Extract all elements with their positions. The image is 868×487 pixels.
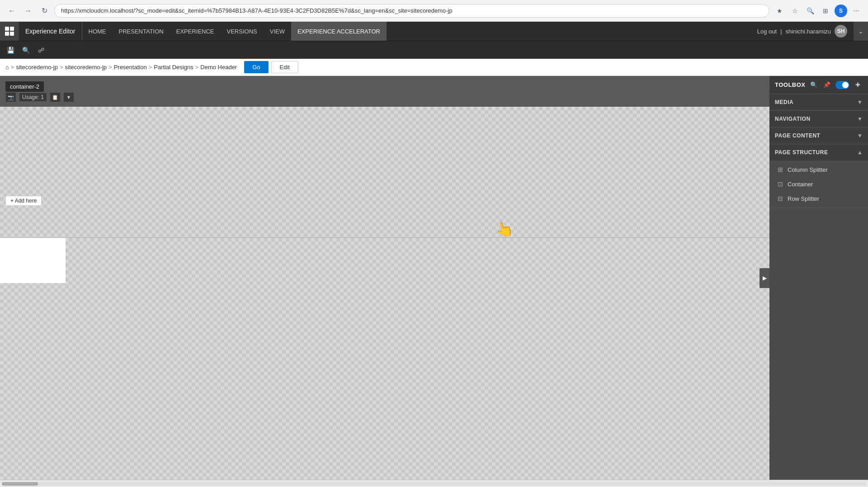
- breadcrumb-item-root[interactable]: sitecoredemo-jp: [16, 64, 58, 71]
- reader-mode-button[interactable]: ★: [773, 5, 786, 17]
- toolbox-title: TOOLBOX: [775, 81, 806, 88]
- container-item-label: Container: [788, 181, 813, 188]
- toolbox-section-navigation-header[interactable]: NAVIGATION ▼: [769, 111, 868, 127]
- username-display: shinichi.haramizu: [786, 28, 831, 35]
- canvas-area: container-2 📷 Usage: 1 📋 ▼ + Add here 👆 …: [0, 76, 769, 480]
- refresh-button[interactable]: ↻: [38, 5, 51, 17]
- breadcrumb-sep-0: >: [11, 64, 14, 71]
- logo-cell-1: [5, 27, 9, 31]
- menu-item-versions[interactable]: VERSIONS: [221, 22, 264, 41]
- logout-link[interactable]: Log out: [757, 28, 777, 35]
- breadcrumb-sep-4: >: [195, 64, 199, 71]
- column-splitter-icon: ⊞: [777, 166, 784, 173]
- menu-item-home[interactable]: HOME: [82, 22, 113, 41]
- add-here-button[interactable]: + Add here: [5, 196, 42, 206]
- toolbox-pin-button[interactable]: 📌: [822, 80, 832, 90]
- back-button[interactable]: ←: [5, 5, 18, 17]
- toolbox-item-container[interactable]: ⊡ Container: [769, 177, 868, 191]
- separator: |: [780, 28, 782, 35]
- menu-right: Log out | shinichi.haramizu SH: [757, 25, 854, 38]
- collapse-toolbox-button[interactable]: ▶: [760, 268, 769, 288]
- menu-item-view[interactable]: VIEW: [264, 22, 291, 41]
- logo-cell-2: [10, 27, 14, 31]
- breadcrumb-item-site[interactable]: sitecoredemo-jp: [65, 64, 107, 71]
- extensions-button[interactable]: ⊞: [819, 5, 832, 17]
- breadcrumb-item-demo-header: Demo Header: [200, 64, 237, 71]
- zoom-button[interactable]: 🔍: [804, 5, 816, 17]
- go-button[interactable]: Go: [244, 61, 268, 73]
- breadcrumb-item-presentation[interactable]: Presentation: [114, 64, 147, 71]
- breadcrumb-item-partial-designs[interactable]: Partial Designs: [154, 64, 193, 71]
- usage-text: Usage: 1: [19, 93, 47, 102]
- toolbox-section-page-structure-label: PAGE STRUCTURE: [775, 149, 857, 156]
- profile-button[interactable]: S: [835, 5, 847, 17]
- toolbox-section-page-content-label: PAGE CONTENT: [775, 132, 857, 139]
- logo-cell-3: [5, 32, 9, 36]
- toolbox-section-media-label: MEDIA: [775, 99, 857, 105]
- toolbox-section-navigation-label: NAVIGATION: [775, 116, 857, 122]
- browser-chrome: ← → ↻ ★ ☆ 🔍 ⊞ S ⋯: [0, 0, 868, 22]
- canvas-upper: [0, 107, 769, 238]
- container-icon-btn[interactable]: 📷: [5, 92, 16, 102]
- toolbox-section-page-content-header[interactable]: PAGE CONTENT ▼: [769, 128, 868, 144]
- app-title: Experience Editor: [19, 22, 82, 41]
- row-splitter-icon: ⊟: [777, 195, 784, 202]
- user-avatar: SH: [835, 25, 847, 38]
- container-copy-btn[interactable]: 📋: [50, 92, 61, 102]
- toolbox-section-page-content: PAGE CONTENT ▼: [769, 128, 868, 144]
- scrollbar-thumb: [2, 482, 38, 486]
- bookmark-button[interactable]: ☆: [788, 5, 801, 17]
- breadcrumb-home-icon[interactable]: ⌂: [5, 64, 9, 71]
- main-area: container-2 📷 Usage: 1 📋 ▼ + Add here 👆 …: [0, 76, 868, 480]
- breadcrumb-sep-1: >: [60, 64, 63, 71]
- menu-item-experience[interactable]: EXPERIENCE: [170, 22, 221, 41]
- menu-items: HOME PRESENTATION EXPERIENCE VERSIONS VI…: [82, 22, 757, 41]
- toolbox-panel: TOOLBOX 🔍 📌 ✚ MEDIA ▼ NAVIGATION ▼: [769, 76, 868, 480]
- toolbox-search-button[interactable]: 🔍: [809, 80, 819, 90]
- row-splitter-label: Row Splitter: [788, 195, 819, 202]
- toolbox-media-chevron-icon: ▼: [857, 99, 863, 105]
- logo-grid: [5, 27, 14, 36]
- toolbox-section-navigation: NAVIGATION ▼: [769, 111, 868, 128]
- breadcrumb-sep-2: >: [108, 64, 112, 71]
- container-toolbar: 📷 Usage: 1 📋 ▼: [5, 92, 74, 102]
- menu-item-experience-accelerator[interactable]: EXPERIENCE ACCELERATOR: [291, 22, 387, 41]
- save-button[interactable]: 💾: [4, 43, 17, 57]
- toolbox-item-row-splitter[interactable]: ⊟ Row Splitter: [769, 191, 868, 206]
- share-button[interactable]: ☍: [34, 43, 48, 57]
- collapse-menu-button[interactable]: ⌄: [854, 22, 868, 41]
- toolbox-section-media: MEDIA ▼: [769, 94, 868, 111]
- bottom-scrollbar[interactable]: [0, 480, 868, 487]
- column-splitter-label: Column Splitter: [788, 166, 828, 173]
- breadcrumb-sep-3: >: [149, 64, 152, 71]
- browser-avatar: S: [835, 5, 847, 17]
- container-label: container-2: [5, 81, 44, 92]
- breadcrumb-bar: ⌂ > sitecoredemo-jp > sitecoredemo-jp > …: [0, 59, 868, 76]
- toolbox-item-column-splitter[interactable]: ⊞ Column Splitter: [769, 162, 868, 177]
- toolbox-toggle[interactable]: [835, 81, 849, 89]
- toolbox-section-page-structure: PAGE STRUCTURE ▲ ⊞ Column Splitter ⊡ Con…: [769, 144, 868, 208]
- toolbox-page-structure-items: ⊞ Column Splitter ⊡ Container ⊟ Row Spli…: [769, 161, 868, 208]
- breadcrumb-actions: Go Edit: [244, 61, 298, 73]
- canvas-lower-white: [0, 238, 66, 283]
- toolbox-header: TOOLBOX 🔍 📌 ✚: [769, 76, 868, 94]
- app-logo: [0, 22, 19, 41]
- search-button[interactable]: 🔍: [19, 43, 33, 57]
- settings-button[interactable]: ⋯: [850, 5, 863, 17]
- toolbox-section-media-header[interactable]: MEDIA ▼: [769, 94, 868, 110]
- menu-bar: Experience Editor HOME PRESENTATION EXPE…: [0, 22, 868, 41]
- toolbox-expand-button[interactable]: ✚: [853, 80, 863, 90]
- toggle-knob: [842, 82, 849, 88]
- canvas-lower: [0, 238, 769, 480]
- menu-item-presentation[interactable]: PRESENTATION: [113, 22, 170, 41]
- toolbox-page-content-chevron-icon: ▼: [857, 132, 863, 139]
- toolbox-navigation-chevron-icon: ▼: [857, 116, 863, 122]
- edit-button[interactable]: Edit: [271, 61, 298, 73]
- toolbox-page-structure-chevron-icon: ▲: [857, 149, 863, 156]
- forward-button[interactable]: →: [22, 5, 34, 17]
- address-bar[interactable]: [54, 4, 769, 18]
- container-dropdown-btn[interactable]: ▼: [63, 92, 74, 102]
- app-container: Experience Editor HOME PRESENTATION EXPE…: [0, 22, 868, 487]
- toolbox-section-page-structure-header[interactable]: PAGE STRUCTURE ▲: [769, 144, 868, 161]
- toolbar-row: 💾 🔍 ☍: [0, 41, 868, 59]
